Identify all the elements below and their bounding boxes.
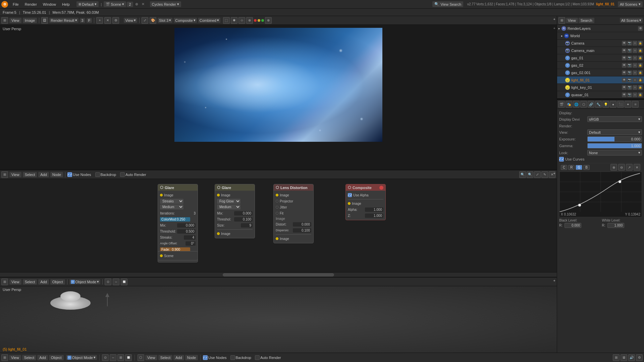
light-fill-select[interactable]: ○	[633, 78, 637, 82]
lens-fit[interactable]	[276, 212, 278, 215]
cam-main-render[interactable]: 📷	[627, 48, 632, 53]
white-r-input[interactable]	[607, 223, 624, 228]
node-view-btn[interactable]: View	[9, 172, 21, 177]
status-use-nodes[interactable]: ✓ Use Nodes	[203, 355, 226, 360]
render-channels[interactable]: 🎨	[150, 17, 156, 24]
menu-window[interactable]: Window	[40, 2, 59, 7]
render-pause-btn[interactable]	[258, 19, 260, 22]
light-key-lock[interactable]: 🔒	[638, 85, 643, 90]
menu-help[interactable]: Help	[59, 2, 72, 7]
menu-render[interactable]: Render	[22, 2, 40, 7]
slot-selector[interactable]: Render Result ▾	[49, 18, 78, 23]
prop-icon-modifiers[interactable]: 🔧	[595, 101, 602, 108]
all-scenes-outliner[interactable]: All Scenes ▾	[620, 18, 643, 23]
outliner-item-gas02-001[interactable]: ▽ gas_02.001 👁 📷 ○ 🔒	[557, 69, 644, 76]
curve-btn-g[interactable]: G	[576, 165, 582, 170]
viewport-editor-type[interactable]: ⊞	[1, 279, 8, 285]
status-object-btn[interactable]: Object	[49, 355, 64, 360]
outliner-item-camera-main[interactable]: 📷 Camera_main 👁 📷 ○ 🔒	[557, 47, 644, 54]
view-selector[interactable]: View ▾	[124, 18, 137, 23]
gas02-lock[interactable]: 🔒	[638, 63, 643, 68]
render-view-mode4[interactable]: ⊕	[246, 17, 253, 24]
glare2-image-in[interactable]	[217, 232, 220, 235]
render-view-mode2[interactable]: ✱	[231, 17, 237, 24]
outliner-item-light-fill[interactable]: 💡 light_fill_01 👁 📷 ○ 🔒	[557, 76, 644, 84]
render-engine-selector[interactable]: Cycles Render ▾	[150, 1, 181, 7]
glare1-type-select[interactable]: Streaks	[160, 199, 183, 204]
prop-icon-constraints[interactable]: 🔗	[588, 101, 594, 108]
composite-use-alpha-checkbox[interactable]: ✓	[348, 193, 352, 197]
camera-lock[interactable]: 🔒	[638, 41, 643, 46]
curve-btn-c[interactable]: C	[561, 165, 567, 170]
render-image-btn[interactable]: Image	[23, 18, 37, 23]
backdrop-toggle[interactable]: Backdrop	[95, 172, 116, 177]
composite-close[interactable]	[379, 186, 383, 190]
curve-zoom-out[interactable]: ⊖	[618, 164, 625, 171]
status-select2-btn[interactable]: Select	[158, 355, 173, 360]
scrollbar-thumb[interactable]	[223, 273, 334, 277]
status-prop-edit[interactable]: ⊞	[117, 354, 124, 361]
status-right-icon4[interactable]: ⚙	[636, 354, 643, 361]
curve-zoom-in[interactable]: ⊕	[610, 164, 617, 171]
node-zoom-out[interactable]: 🔍	[527, 171, 533, 178]
quasar-lock[interactable]: 🔒	[638, 93, 643, 97]
glare1-angle-input[interactable]	[185, 241, 196, 246]
quasar-eye[interactable]: 👁	[622, 93, 627, 97]
curve-tool1[interactable]: ↗	[626, 164, 633, 171]
glare1-mix-input[interactable]	[177, 223, 196, 228]
node-node-btn[interactable]: Node	[50, 172, 63, 177]
camera-render-eye[interactable]: 📷	[627, 41, 632, 46]
gas02-001-eye[interactable]: 👁	[622, 70, 627, 75]
glare2-size-input[interactable]	[241, 223, 253, 228]
lens-header[interactable]: ⬡ Lens Distortion	[274, 184, 313, 191]
curve-btn-b[interactable]: B	[583, 165, 590, 170]
prop-icon-scene[interactable]: 🎭	[566, 101, 572, 108]
gas01-select[interactable]: ○	[633, 56, 637, 60]
render-go-btn[interactable]	[261, 19, 264, 22]
node-scrollbar-h[interactable]	[0, 272, 557, 277]
camera-select[interactable]: ○	[633, 41, 637, 46]
render-view-mode1[interactable]: ⬚	[223, 17, 230, 24]
gas01-lock[interactable]: 🔒	[638, 56, 643, 60]
prop-icon-render[interactable]: 🎬	[558, 101, 565, 108]
use-curves-checkbox[interactable]: ✓	[559, 157, 564, 162]
exposure-slider[interactable]: 0.000	[587, 136, 642, 142]
look-selector[interactable]: None ▾	[587, 150, 642, 156]
render-editor-type[interactable]: ⊞	[1, 17, 8, 24]
glare1-streaks-input[interactable]	[184, 235, 196, 240]
glare1-quality-select[interactable]: Medium	[160, 204, 183, 209]
render-slot-icon[interactable]: 🖼	[41, 17, 48, 24]
gamma-slider[interactable]: 1.000	[587, 143, 642, 148]
status-mode-selector[interactable]: O Object Mode ▾	[66, 355, 97, 360]
lens-image-out[interactable]	[276, 194, 278, 196]
node-tool1[interactable]: ✎	[541, 171, 548, 178]
gas02-001-lock[interactable]: 🔒	[638, 70, 643, 75]
view-search-btn[interactable]: 🔍 View Search	[432, 1, 463, 7]
lens-dispersio-input[interactable]	[293, 228, 311, 233]
status-view2-btn[interactable]: View	[145, 355, 157, 360]
viewport-pivot[interactable]: ⊙	[105, 279, 111, 285]
glare1-image-out[interactable]	[160, 194, 163, 196]
outliner-item-world[interactable]: ▸ W World	[557, 32, 644, 40]
viewport-view-btn[interactable]: View	[9, 279, 21, 285]
outliner-item-camera[interactable]: 📷 Camera 👁 📷 ○ 🔒	[557, 40, 644, 47]
scene-selector[interactable]: 🎬 Scene ▾	[104, 1, 126, 7]
use-nodes-toggle[interactable]: ✓ Use Nodes	[67, 172, 91, 177]
renderlayers-settings[interactable]: ⚙	[638, 26, 643, 31]
prop-icon-particles[interactable]: ✦	[625, 101, 631, 108]
outliner-item-quasar[interactable]: ▽ quasar_01 👁 📷 ○ 🔒	[557, 91, 644, 99]
object-mode-selector[interactable]: O Object Mode ▾	[69, 279, 100, 284]
outliner-search-btn[interactable]: Search	[579, 18, 594, 23]
glare1-colormod-input[interactable]	[160, 217, 190, 222]
curve-tool2[interactable]: ✕	[634, 164, 640, 171]
render-maximize[interactable]: +	[553, 17, 555, 21]
lens-image-in[interactable]	[276, 237, 278, 240]
composite-selector[interactable]: Composite ▾	[174, 18, 197, 23]
view-selector-prop[interactable]: Default ▾	[587, 129, 642, 135]
status-editor-type-3d[interactable]: ⊞	[1, 354, 8, 361]
node-zoom-in[interactable]: 🔍	[519, 171, 526, 178]
light-key-eye[interactable]: 👁	[622, 85, 627, 90]
status-add-btn[interactable]: Add	[37, 355, 48, 360]
status-backdrop-cb[interactable]	[230, 355, 235, 360]
gas02-001-render[interactable]: 📷	[627, 70, 632, 75]
